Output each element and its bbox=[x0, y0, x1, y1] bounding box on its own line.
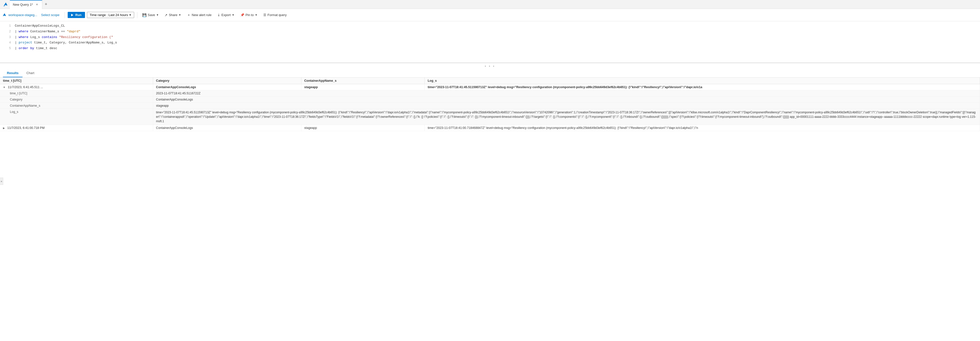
save-chevron-icon: ▼ bbox=[156, 14, 159, 16]
select-scope-button[interactable]: Select scope bbox=[39, 12, 61, 18]
export-button[interactable]: ⤓ Export ▼ bbox=[215, 12, 236, 18]
field-label-log-s: Log_s bbox=[0, 109, 153, 125]
tab-close-button[interactable]: ✕ bbox=[35, 2, 39, 7]
editor-line-2: 2 | where ContainerName_s == "daprd" bbox=[5, 29, 980, 35]
export-icon: ⤓ bbox=[217, 13, 220, 17]
table-row[interactable]: ▶ 11/7/2023, 6:41:00.718 PM ContainerApp… bbox=[0, 125, 980, 131]
cell-time-t-1: ▼ 11/7/2023, 6:41:45.511 ... bbox=[0, 84, 153, 90]
expand-detail-row: Category ContainerAppConsoleLogs bbox=[0, 97, 980, 103]
line-content-3: | where Log_s contains "Resiliency confi… bbox=[15, 35, 113, 40]
time-range-chevron-icon: ▼ bbox=[129, 14, 131, 16]
cell-time-t-2: ▶ 11/7/2023, 6:41:00.718 PM bbox=[0, 125, 153, 131]
share-label: Share bbox=[169, 13, 177, 17]
time-t-value-2: 11/7/2023, 6:41:00.718 PM bbox=[7, 126, 45, 130]
expand-detail-row-log: Log_s time="2023-11-07T18:41:45.51159071… bbox=[0, 109, 980, 125]
cell-container-app-1: stageapp bbox=[301, 84, 425, 90]
time-t-value-1: 11/7/2023, 6:41:45.511 ... bbox=[8, 86, 43, 89]
editor-line-5: 5 | order by time_t desc bbox=[5, 46, 980, 51]
main-panel: » 1 ContainerAppConsoleLogs_CL 2 | where… bbox=[0, 21, 980, 341]
expand-detail-row: ContainerAppName_s stageapp bbox=[0, 103, 980, 109]
line-number-2: 2 bbox=[5, 29, 15, 34]
share-button[interactable]: ↗ Share ▼ bbox=[162, 12, 183, 18]
workspace-label[interactable]: workspace-stageg... bbox=[8, 13, 37, 17]
pin-to-chevron-icon: ▼ bbox=[255, 14, 258, 16]
line-content-1: ContainerAppConsoleLogs_CL bbox=[15, 24, 65, 29]
string-2: "daprd" bbox=[67, 30, 81, 33]
azure-icon bbox=[3, 2, 8, 7]
editor-line-1: 1 ContainerAppConsoleLogs_CL bbox=[5, 23, 980, 29]
line-content-5: | order by time_t desc bbox=[15, 46, 57, 51]
pipe-4: | bbox=[15, 41, 19, 44]
editor-line-4: 4 | project time_t, Category, ContainerA… bbox=[5, 40, 980, 46]
result-tabs: Results Chart bbox=[0, 69, 980, 78]
field-value-container-app: stageapp bbox=[153, 103, 980, 109]
share-chevron-icon: ▼ bbox=[178, 14, 181, 16]
pipe-3: | bbox=[15, 35, 19, 39]
toolbar-separator-2 bbox=[137, 12, 137, 18]
new-tab-button[interactable]: + bbox=[42, 1, 50, 8]
col-container-app: ContainerAppName_s bbox=[301, 78, 425, 84]
expand-toggle-1[interactable]: ▼ bbox=[3, 86, 5, 89]
time-range-button[interactable]: Time range : Last 24 hours ▼ bbox=[87, 12, 134, 18]
field-value-log-s: time="2023-11-07T18:41:45.511590713Z" le… bbox=[153, 109, 980, 125]
pipe-2: | bbox=[15, 30, 19, 33]
save-button[interactable]: 💾 Save ▼ bbox=[140, 12, 161, 18]
string-3: "Resiliency configuration (" bbox=[59, 35, 113, 39]
expand-toggle-2[interactable]: ▶ bbox=[3, 127, 5, 129]
share-icon: ↗ bbox=[164, 13, 167, 17]
pin-icon: 📌 bbox=[240, 13, 244, 17]
col-log-s: Log_s bbox=[425, 78, 980, 84]
sidebar-toggle-button[interactable]: » bbox=[0, 178, 3, 185]
kw-contains-3: contains bbox=[42, 35, 57, 39]
kw-where-3: where bbox=[19, 35, 29, 39]
editor-area[interactable]: 1 ContainerAppConsoleLogs_CL 2 | where C… bbox=[0, 21, 980, 63]
save-icon: 💾 bbox=[142, 13, 146, 17]
cell-category-2: ContainerAppConsoleLogs bbox=[153, 125, 301, 131]
save-label: Save bbox=[148, 13, 155, 17]
format-query-label: Format query bbox=[267, 13, 286, 17]
line-content-4: | project time_t, Category, ContainerApp… bbox=[15, 40, 117, 46]
tab-results[interactable]: Results bbox=[3, 69, 22, 77]
run-button[interactable]: Run bbox=[68, 12, 85, 18]
editor-line-3: 3 | where Log_s contains "Resiliency con… bbox=[5, 35, 980, 40]
field-value-category: ContainerAppConsoleLogs bbox=[153, 97, 980, 103]
tab-label: New Query 1* bbox=[13, 3, 33, 6]
field-label-category: Category bbox=[0, 97, 153, 103]
new-alert-rule-label: New alert rule bbox=[192, 13, 212, 17]
pin-to-button[interactable]: 📌 Pin to ▼ bbox=[239, 12, 259, 18]
results-area: Results Chart time_t [UTC] Category Cont… bbox=[0, 69, 980, 341]
table-header-row: time_t [UTC] Category ContainerAppName_s… bbox=[0, 78, 980, 84]
export-chevron-icon: ▼ bbox=[232, 14, 234, 16]
new-alert-rule-button[interactable]: ＋ New alert rule bbox=[185, 12, 213, 18]
kw-project-4: project bbox=[19, 41, 32, 44]
cell-log-s-2: time="2023-11-07T18:41:00.718468847Z" le… bbox=[425, 125, 980, 131]
pipe-5: | bbox=[15, 46, 19, 50]
result-table-wrapper[interactable]: time_t [UTC] Category ContainerAppName_s… bbox=[0, 78, 980, 341]
expand-detail-row: time_t [UTC] 2023-11-07T18:41:45.5116722… bbox=[0, 90, 980, 97]
drag-handle[interactable]: • • • bbox=[0, 63, 980, 69]
text-5a: time_t desc bbox=[34, 46, 57, 50]
table-row[interactable]: ▼ 11/7/2023, 6:41:45.511 ... ContainerAp… bbox=[0, 84, 980, 90]
cell-log-s-1: time="2023-11-07T18:41:45.511590713Z" le… bbox=[425, 84, 980, 90]
format-query-button[interactable]: ☰ Format query bbox=[261, 12, 288, 18]
azure-small-icon bbox=[2, 13, 6, 17]
format-query-icon: ☰ bbox=[263, 13, 266, 17]
line-number-5: 5 bbox=[5, 46, 15, 51]
cell-category-1: ContainerAppConsoleLogs bbox=[153, 84, 301, 90]
toolbar-separator-1 bbox=[64, 12, 65, 18]
tab-chart[interactable]: Chart bbox=[22, 69, 38, 77]
field-value-time-t: 2023-11-07T18:41:45.5116722Z bbox=[153, 90, 980, 97]
azure-logo bbox=[1, 2, 10, 7]
run-label: Run bbox=[75, 13, 81, 17]
field-label-container-app: ContainerAppName_s bbox=[0, 103, 153, 109]
kw-where-2: where bbox=[19, 30, 29, 33]
line-content-2: | where ContainerName_s == "daprd" bbox=[15, 29, 80, 34]
col-time-t: time_t [UTC] bbox=[0, 78, 153, 84]
query-tab[interactable]: New Query 1* ✕ bbox=[10, 0, 42, 9]
line-number-3: 3 bbox=[5, 35, 15, 40]
field-label-time-t: time_t [UTC] bbox=[0, 90, 153, 97]
kw-order-5: order by bbox=[19, 46, 34, 50]
new-alert-rule-icon: ＋ bbox=[187, 13, 191, 17]
cell-container-app-2: stageapp bbox=[301, 125, 425, 131]
text-2a: ContainerName_s == bbox=[29, 30, 67, 33]
